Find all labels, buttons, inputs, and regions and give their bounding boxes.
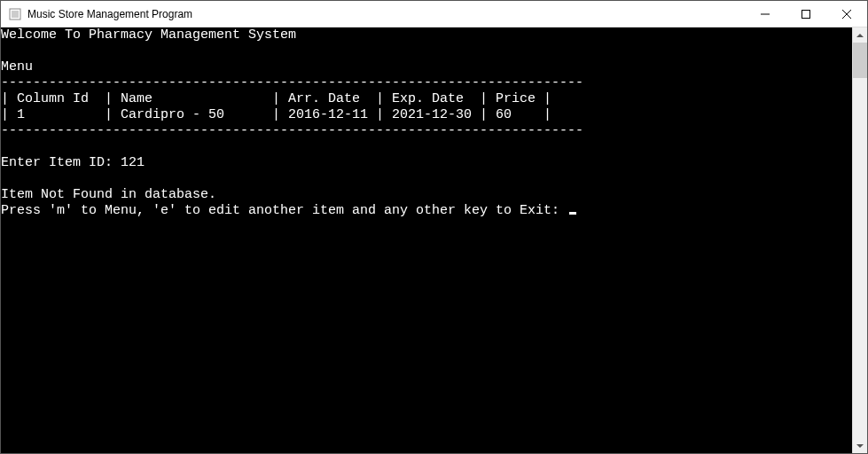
app-icon — [8, 7, 22, 21]
svg-marker-7 — [856, 444, 864, 448]
window-controls — [745, 1, 867, 27]
options-prompt: Press 'm' to Menu, 'e' to edit another i… — [1, 203, 567, 218]
table-divider-top: ----------------------------------------… — [1, 75, 583, 90]
enter-item-prompt: Enter Item ID: 121 — [1, 155, 145, 170]
welcome-line: Welcome To Pharmacy Management System — [1, 27, 296, 43]
svg-marker-6 — [856, 34, 864, 37]
table-divider-bottom: ----------------------------------------… — [1, 123, 583, 138]
close-button[interactable] — [826, 1, 867, 27]
scroll-thumb[interactable] — [853, 43, 867, 78]
svg-rect-1 — [12, 11, 19, 18]
minimize-button[interactable] — [745, 1, 786, 27]
svg-rect-3 — [802, 10, 810, 18]
table-row: | 1 | Cardipro - 50 | 2016-12-11 | 2021-… — [1, 107, 551, 122]
menu-label: Menu — [1, 59, 33, 74]
console-output[interactable]: Welcome To Pharmacy Management System Me… — [1, 27, 852, 453]
window-titlebar: Music Store Management Program — [1, 1, 867, 27]
scroll-down-arrow-icon[interactable] — [853, 438, 867, 453]
scroll-up-arrow-icon[interactable] — [853, 27, 867, 43]
maximize-button[interactable] — [786, 1, 826, 27]
vertical-scrollbar[interactable] — [852, 27, 867, 453]
not-found-message: Item Not Found in database. — [1, 187, 216, 202]
scroll-track[interactable] — [853, 43, 867, 438]
client-area: Welcome To Pharmacy Management System Me… — [1, 27, 867, 453]
table-header: | Column Id | Name | Arr. Date | Exp. Da… — [1, 91, 551, 106]
window-title: Music Store Management Program — [27, 8, 745, 20]
cursor-icon — [569, 212, 576, 215]
